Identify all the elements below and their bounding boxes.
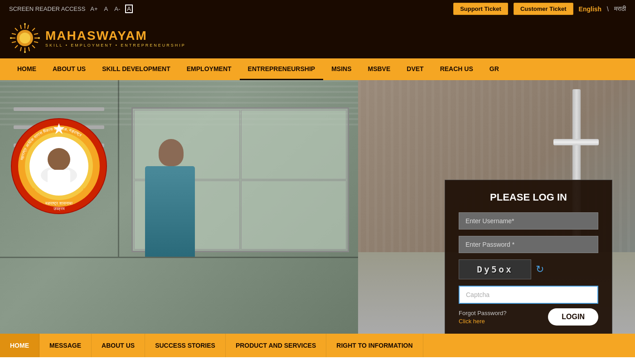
support-ticket-button[interactable]: Support Ticket [453,3,508,15]
nav-item-entrepreneurship[interactable]: ENTREPRENEURSHIP [240,58,324,80]
svg-point-19 [24,51,26,53]
photo-divider-h [0,257,358,258]
nav-item-dvet[interactable]: DVET [398,58,431,80]
logo-text: MAHASWAYAM SKILL • EMPLOYMENT • ENTREPRE… [45,29,186,48]
svg-point-20 [10,37,12,39]
login-panel: PLEASE LOG IN Dy5ox ↻ Forgot Password? C… [445,180,612,334]
font-size-large-btn[interactable]: A+ [89,5,99,13]
nav-item-gr[interactable]: GR [481,58,507,80]
nav-item-about-us[interactable]: ABOUT US [44,58,94,80]
forgot-password-row: Forgot Password? Click here LOGIN [459,308,598,326]
person-figure [145,139,195,257]
screen-reader-label: SCREEN READER ACCESS [9,5,85,12]
language-marathi[interactable]: मराठी [614,5,626,13]
username-input[interactable] [459,212,598,230]
nav-item-employment[interactable]: EMPLOYMENT [179,58,240,80]
bottom-nav-about-us[interactable]: ABOUT US [92,334,145,357]
svg-line-11 [28,25,29,29]
organization-badge: महाराष्ट्र आर्थिक मागास विकास महामंडळ, म… [9,116,109,216]
logo-area[interactable]: MAHASWAYAM SKILL • EMPLOYMENT • ENTREPRE… [9,22,186,54]
bottom-nav-home[interactable]: HOME [0,334,39,357]
captcha-image: Dy5ox [459,259,531,279]
forgot-password-label: Forgot Password? [459,310,507,316]
svg-line-13 [12,42,16,43]
svg-line-16 [20,47,21,51]
captcha-input[interactable] [459,286,598,304]
main-navigation: HOME ABOUT US SKILL DEVELOPMENT EMPLOYME… [0,58,635,80]
bottom-nav-success-stories[interactable]: SUCCESS STORIES [145,334,226,357]
svg-point-1 [19,33,30,43]
pipe-horizontal [553,139,599,145]
forgot-password-section: Forgot Password? Click here [459,309,507,325]
nav-item-reach-us[interactable]: REACH US [432,58,481,80]
hero-left-bg: महाराष्ट्र आर्थिक मागास विकास महामंडळ, म… [0,80,358,334]
svg-line-8 [32,28,35,31]
nav-item-skill-development[interactable]: SKILL DEVELOPMENT [94,58,179,80]
site-header: MAHASWAYAM SKILL • EMPLOYMENT • ENTREPRE… [0,18,635,58]
bottom-nav-rti[interactable]: RIGHT TO INFORMATION [326,334,423,357]
svg-text:महाराष्ट्र शासनाचा: महाराष्ट्र शासनाचा [45,201,73,206]
captcha-refresh-button[interactable]: ↻ [536,263,544,275]
forgot-password-link[interactable]: Click here [459,318,485,325]
svg-rect-28 [48,170,70,188]
captcha-row: Dy5ox ↻ [459,259,598,279]
svg-line-9 [15,45,18,48]
screen-reader-section: SCREEN READER ACCESS A+ A A- A [9,5,133,13]
svg-point-21 [38,37,40,39]
customer-ticket-button[interactable]: Customer Ticket [514,3,573,15]
language-english[interactable]: English [579,5,602,13]
password-input[interactable] [459,236,598,253]
font-size-small-btn[interactable]: A- [113,5,121,13]
mahaswayam-logo-icon [9,22,41,54]
svg-point-18 [24,23,26,25]
bottom-navigation: HOME MESSAGE ABOUT US SUCCESS STORIES PR… [0,334,635,357]
hero-section: महाराष्ट्र आर्थिक मागास विकास महामंडळ, म… [0,80,635,334]
font-size-box-btn[interactable]: A [125,5,133,13]
bottom-nav-message[interactable]: MESSAGE [39,334,92,357]
svg-text:उपक्रम: उपक्रम [53,206,65,211]
photo-divider-v [118,80,119,257]
svg-line-15 [34,42,38,43]
badge-container: महाराष्ट्र आर्थिक मागास विकास महामंडळ, म… [9,116,109,216]
font-size-normal-btn[interactable]: A [103,5,110,13]
shelf-1 [14,107,104,111]
nav-item-home[interactable]: HOME [9,58,44,80]
site-title: MAHASWAYAM [45,29,186,43]
nav-item-msins[interactable]: MSINS [323,58,359,80]
login-title: PLEASE LOG IN [459,192,598,203]
svg-line-10 [20,25,21,29]
login-button[interactable]: LOGIN [548,308,598,326]
svg-point-27 [48,148,70,171]
lang-divider: \ [607,5,609,13]
nav-item-msbve[interactable]: MSBVE [360,58,399,80]
svg-line-12 [12,34,16,34]
svg-line-14 [34,34,38,34]
svg-line-17 [29,47,29,51]
svg-line-7 [32,45,35,48]
svg-line-6 [15,28,18,31]
bottom-nav-product-services[interactable]: PRODUCT AND SERVICES [226,334,326,357]
site-subtitle: SKILL • EMPLOYMENT • ENTREPRENEURSHIP [45,43,186,48]
top-bar: SCREEN READER ACCESS A+ A A- A Support T… [0,0,635,18]
